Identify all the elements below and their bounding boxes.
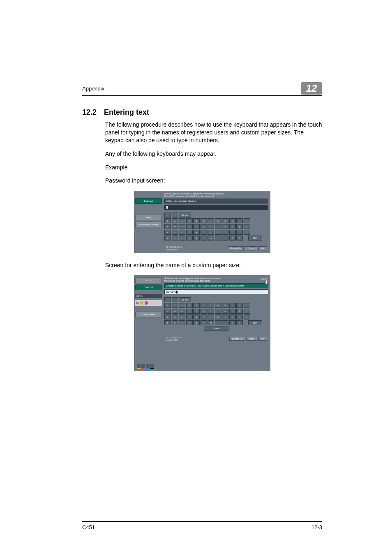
key-p[interactable]: p	[229, 224, 236, 229]
key-l[interactable]: l	[222, 230, 228, 235]
key2-t[interactable]: t	[193, 309, 200, 314]
key2-backslash[interactable]: \	[236, 320, 243, 325]
key2-y[interactable]: y	[201, 309, 207, 314]
key2-l[interactable]: l	[222, 314, 228, 319]
arrow-right-key[interactable]: →	[172, 213, 178, 217]
key-9[interactable]: 9	[222, 218, 228, 223]
key-caret[interactable]: ^	[244, 218, 250, 223]
key2-4[interactable]: 4	[186, 303, 193, 308]
key2-s[interactable]: s	[172, 314, 178, 319]
key2-period[interactable]: .	[222, 320, 228, 325]
key2-n[interactable]: n	[201, 320, 207, 325]
key-2[interactable]: 2	[172, 218, 178, 223]
shift-key[interactable]: Shift	[248, 236, 262, 240]
key-rbracket[interactable]: ]	[244, 230, 250, 235]
key2-slash[interactable]: /	[229, 320, 236, 325]
key-8[interactable]: 8	[215, 218, 221, 223]
key-e[interactable]: e	[179, 224, 185, 229]
key-y[interactable]: y	[201, 224, 207, 229]
check-job-button[interactable]: Check Job	[135, 284, 162, 290]
key2-9[interactable]: 9	[222, 303, 228, 308]
key-1[interactable]: 1	[164, 218, 171, 223]
space-key[interactable]: Space	[204, 326, 229, 331]
cancel-button[interactable]: Cancel	[245, 246, 257, 250]
key-d[interactable]: d	[179, 230, 185, 235]
key-b[interactable]: b	[193, 236, 200, 240]
delete-key[interactable]: De-lete	[179, 213, 191, 217]
key-7[interactable]: 7	[208, 218, 214, 223]
key2-f[interactable]: f	[186, 314, 193, 319]
text-input-field[interactable]: █	[164, 205, 268, 210]
job-list-button[interactable]: Job List	[135, 278, 162, 283]
key-s[interactable]: s	[172, 230, 178, 235]
key2-3[interactable]: 3	[179, 303, 185, 308]
key-k[interactable]: k	[215, 230, 221, 235]
key2-semicolon[interactable]: ;	[229, 314, 236, 319]
key2-k[interactable]: k	[215, 314, 221, 319]
arrow-right-key-2[interactable]: →	[172, 297, 178, 302]
key2-rbracket[interactable]: ]	[244, 314, 250, 319]
key-4[interactable]: 4	[186, 218, 193, 223]
key2-e[interactable]: e	[179, 309, 185, 314]
key2-lbracket[interactable]: [	[244, 309, 250, 314]
key2-w[interactable]: w	[172, 309, 178, 314]
key2-at[interactable]: @	[236, 309, 243, 314]
key-g[interactable]: g	[193, 230, 200, 235]
key-lbracket[interactable]: [	[244, 224, 250, 229]
key-q[interactable]: q	[164, 224, 171, 229]
key-t[interactable]: t	[193, 224, 200, 229]
key-o[interactable]: o	[222, 224, 228, 229]
ok-button-2[interactable]: OK	[258, 337, 267, 341]
key-j[interactable]: j	[208, 230, 214, 235]
key2-8[interactable]: 8	[215, 303, 221, 308]
key-c[interactable]: c	[179, 236, 185, 240]
delete-key-2[interactable]: De-lete	[179, 297, 191, 302]
key2-5[interactable]: 5	[193, 303, 200, 308]
key2-h[interactable]: h	[201, 314, 207, 319]
key2-x[interactable]: x	[172, 320, 178, 325]
admin-settings-crumb[interactable]: Administrator Settings	[135, 222, 162, 227]
key2-z[interactable]: z	[164, 320, 171, 325]
key2-g[interactable]: g	[193, 314, 200, 319]
key-w[interactable]: w	[172, 224, 178, 229]
arrow-left-key-2[interactable]: ←	[164, 297, 171, 302]
key-6[interactable]: 6	[201, 218, 207, 223]
key-h[interactable]: h	[201, 230, 207, 235]
key2-6[interactable]: 6	[201, 303, 207, 308]
key2-1[interactable]: 1	[164, 303, 171, 308]
key-minus[interactable]: -	[236, 218, 243, 223]
key-x[interactable]: x	[172, 236, 178, 240]
key2-caret[interactable]: ^	[244, 303, 250, 308]
key-n[interactable]: n	[201, 236, 207, 240]
key2-m[interactable]: m	[208, 320, 214, 325]
key-v[interactable]: v	[186, 236, 193, 240]
key2-comma[interactable]: ,	[215, 320, 221, 325]
key-3[interactable]: 3	[179, 218, 185, 223]
key2-colon[interactable]: :	[236, 314, 243, 319]
key-i[interactable]: i	[215, 224, 221, 229]
key-period[interactable]: .	[222, 236, 228, 240]
enlarge-button[interactable]: Enlarge On	[228, 246, 244, 250]
key2-p[interactable]: p	[229, 309, 236, 314]
utility-crumb[interactable]: Utility	[135, 215, 162, 220]
key2-u[interactable]: u	[208, 309, 214, 314]
key2-d[interactable]: d	[179, 314, 185, 319]
key-z[interactable]: z	[164, 236, 171, 240]
key-colon[interactable]: :	[236, 230, 243, 235]
undo-button[interactable]: Undo	[247, 337, 257, 341]
key2-minus[interactable]: -	[236, 303, 243, 308]
key-slash[interactable]: /	[229, 236, 236, 240]
key2-o[interactable]: o	[222, 309, 228, 314]
key-comma[interactable]: ,	[215, 236, 221, 240]
enlarge-button-2[interactable]: Enlarge On	[229, 337, 245, 341]
key2-0[interactable]: 0	[229, 303, 236, 308]
key2-j[interactable]: j	[208, 314, 214, 319]
key-semicolon[interactable]: ;	[229, 230, 236, 235]
key2-q[interactable]: q	[164, 309, 171, 314]
key-u[interactable]: u	[208, 224, 214, 229]
key2-7[interactable]: 7	[208, 303, 214, 308]
key2-a[interactable]: a	[164, 314, 171, 319]
key-f[interactable]: f	[186, 230, 193, 235]
key2-v[interactable]: v	[186, 320, 193, 325]
key-r[interactable]: r	[186, 224, 193, 229]
